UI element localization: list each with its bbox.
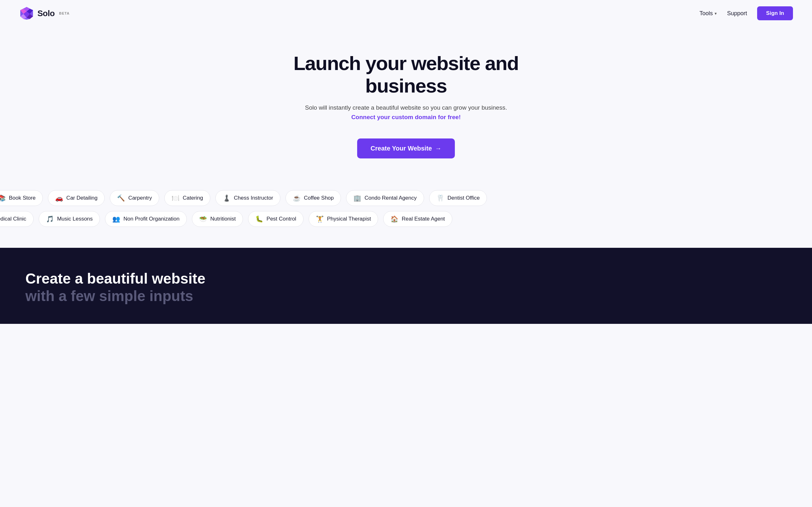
category-pill-label: Condo Rental Agency	[364, 195, 416, 201]
tools-menu[interactable]: Tools ▾	[699, 10, 717, 17]
pill-row-2: 🏥Medical Clinic🎵Music Lessons👥Non Profit…	[0, 211, 812, 232]
category-icon: 🏠	[391, 215, 398, 223]
hero-section: Launch your website and business Solo wi…	[0, 26, 812, 177]
category-pill-label: Physical Therapist	[327, 216, 371, 222]
category-icon: 🏢	[353, 194, 361, 202]
category-pill-label: Non Profit Organization	[123, 216, 180, 222]
category-icon: 🍽️	[171, 194, 180, 202]
category-icon: 🎵	[46, 215, 54, 223]
category-pill-label: Pest Control	[266, 216, 296, 222]
logo-text: Solo	[38, 9, 55, 18]
category-pill[interactable]: 🦷Dentist Office	[429, 190, 487, 206]
category-pill-label: Real Estate Agent	[402, 216, 445, 222]
category-icon: 🏋️	[316, 215, 324, 223]
category-icon: 🔨	[117, 194, 125, 202]
category-pill[interactable]: 🏢Condo Rental Agency	[346, 190, 424, 206]
arrow-right-icon: →	[435, 145, 442, 152]
logo-beta: BETA	[59, 11, 69, 15]
category-pill-label: Book Store	[9, 195, 36, 201]
category-pill[interactable]: 🔨Carpentry	[110, 190, 159, 206]
category-pill[interactable]: 🏥Medical Clinic	[0, 211, 34, 227]
category-pill[interactable]: 🐛Pest Control	[248, 211, 304, 227]
category-pill-label: Music Lessons	[57, 216, 93, 222]
dark-section: Create a beautiful website with a few si…	[0, 248, 812, 324]
category-pill-label: Catering	[183, 195, 203, 201]
category-pill[interactable]: 🚗Car Detailing	[48, 190, 105, 206]
category-pill-label: Car Detailing	[66, 195, 97, 201]
category-icon: 🦷	[437, 194, 444, 202]
logo-icon	[19, 6, 34, 21]
signin-button[interactable]: Sign In	[757, 6, 793, 20]
category-icon: 🐛	[255, 215, 263, 223]
category-icon: 🥗	[199, 215, 207, 223]
logo-area: Solo BETA	[19, 6, 69, 21]
category-pill-label: Coffee Shop	[304, 195, 334, 201]
navbar: Solo BETA Tools ▾ Support Sign In	[0, 0, 812, 26]
category-pill-label: Dentist Office	[448, 195, 480, 201]
category-icon: ♟️	[223, 194, 231, 202]
nav-right: Tools ▾ Support Sign In	[699, 6, 793, 20]
support-link[interactable]: Support	[727, 10, 747, 17]
category-pill[interactable]: 🎵Music Lessons	[39, 211, 100, 227]
hero-domain-link[interactable]: Connect your custom domain for free!	[6, 114, 806, 121]
category-pill-label: Nutritionist	[210, 216, 236, 222]
category-icon: 👥	[112, 215, 120, 223]
category-pill[interactable]: 🏠Real Estate Agent	[383, 211, 452, 227]
category-pill-label: Chess Instructor	[234, 195, 273, 201]
pill-row-1: 📚Book Store🚗Car Detailing🔨Carpentry🍽️Cat…	[0, 190, 812, 211]
category-pill[interactable]: 👥Non Profit Organization	[105, 211, 187, 227]
hero-subtitle: Solo will instantly create a beautiful w…	[6, 104, 806, 111]
category-icon: ☕	[293, 194, 301, 202]
categories-section: 📚Book Store🚗Car Detailing🔨Carpentry🍽️Cat…	[0, 177, 812, 248]
category-pill-label: Medical Clinic	[0, 216, 26, 222]
category-pill[interactable]: 🥗Nutritionist	[192, 211, 243, 227]
category-pill[interactable]: 🍽️Catering	[164, 190, 210, 206]
category-pill[interactable]: ♟️Chess Instructor	[215, 190, 281, 206]
category-icon: 🚗	[55, 194, 63, 202]
dark-section-subtitle: with a few simple inputs	[26, 287, 786, 305]
create-website-button[interactable]: Create Your Website →	[357, 138, 455, 158]
category-pill[interactable]: ☕Coffee Shop	[286, 190, 341, 206]
dark-section-title: Create a beautiful website	[26, 270, 786, 287]
category-pill[interactable]: 🏋️Physical Therapist	[309, 211, 378, 227]
category-pill-label: Carpentry	[128, 195, 152, 201]
hero-title: Launch your website and business	[263, 52, 549, 97]
chevron-down-icon: ▾	[715, 11, 717, 16]
category-pill[interactable]: 📚Book Store	[0, 190, 43, 206]
category-icon: 📚	[0, 194, 6, 202]
